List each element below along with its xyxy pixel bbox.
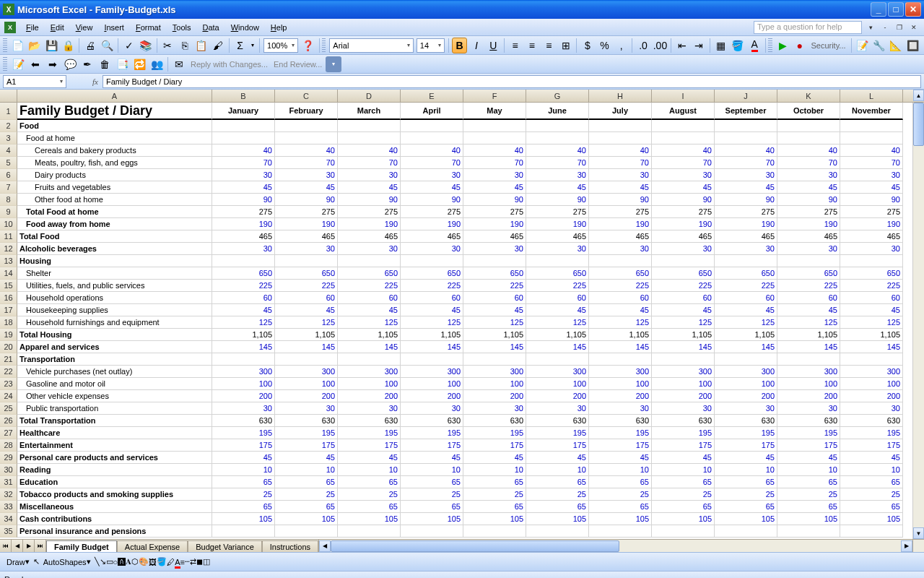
tab-nav-next-button[interactable]: ▶ xyxy=(23,540,35,552)
cell-F10[interactable]: 190 xyxy=(463,218,526,230)
row-header-28[interactable]: 28 xyxy=(0,439,17,452)
cell-I23[interactable]: 100 xyxy=(652,378,715,390)
cell-L13[interactable] xyxy=(840,255,903,267)
menu-window[interactable]: Window xyxy=(225,22,265,33)
select-objects-icon[interactable]: ↖ xyxy=(33,557,40,566)
cell-A22[interactable]: Vehicle purchases (net outlay) xyxy=(17,366,212,378)
cell-H24[interactable]: 200 xyxy=(589,390,652,402)
cell-E29[interactable]: 45 xyxy=(401,452,463,464)
col-header-B[interactable]: B xyxy=(212,90,275,102)
cell-F6[interactable]: 30 xyxy=(463,169,526,181)
align-left-icon[interactable]: ≡ xyxy=(507,38,523,53)
cell-B28[interactable]: 175 xyxy=(212,439,275,452)
cell-G32[interactable]: 25 xyxy=(526,488,589,501)
row-header-9[interactable]: 9 xyxy=(0,206,17,218)
cell-I17[interactable]: 45 xyxy=(652,304,715,316)
cell-D12[interactable]: 30 xyxy=(338,243,401,255)
cell-B8[interactable]: 90 xyxy=(212,194,275,206)
cell-K10[interactable]: 190 xyxy=(777,218,840,230)
mdi-close-button[interactable]: ✕ xyxy=(908,22,920,33)
cell-F27[interactable]: 195 xyxy=(463,427,526,439)
cell-J1[interactable]: September xyxy=(715,103,777,120)
design-mode-icon[interactable]: 📐 xyxy=(888,38,903,53)
cell-H4[interactable]: 40 xyxy=(589,144,652,157)
cell-F24[interactable]: 200 xyxy=(463,390,526,402)
cell-K3[interactable] xyxy=(777,132,840,144)
cell-C14[interactable]: 650 xyxy=(275,267,338,280)
cell-F33[interactable]: 65 xyxy=(463,501,526,513)
row-header-2[interactable]: 2 xyxy=(0,120,17,132)
cell-A12[interactable]: Alcoholic beverages xyxy=(17,243,212,255)
cell-I4[interactable]: 40 xyxy=(652,144,715,157)
diagram-icon[interactable]: ⬡ xyxy=(131,557,139,566)
cell-K25[interactable]: 30 xyxy=(777,402,840,415)
cell-L26[interactable]: 630 xyxy=(840,415,903,427)
menu-file[interactable]: File xyxy=(20,22,45,33)
cell-G22[interactable]: 300 xyxy=(526,366,589,378)
cut-icon[interactable]: ✂ xyxy=(160,38,175,53)
cell-A28[interactable]: Entertainment xyxy=(17,439,212,452)
cell-A7[interactable]: Fruits and vegetables xyxy=(17,181,212,194)
select-all-corner[interactable] xyxy=(0,90,17,102)
cell-H10[interactable]: 190 xyxy=(589,218,652,230)
cell-B34[interactable]: 105 xyxy=(212,513,275,525)
cell-L15[interactable]: 225 xyxy=(840,280,903,292)
cell-A18[interactable]: Household furnishings and equipment xyxy=(17,316,212,329)
underline-button[interactable]: U xyxy=(486,38,501,53)
cell-J13[interactable] xyxy=(715,255,777,267)
cell-J15[interactable]: 225 xyxy=(715,280,777,292)
shadow-icon[interactable]: ◼ xyxy=(196,557,203,566)
cell-D34[interactable]: 105 xyxy=(338,513,401,525)
cell-D23[interactable]: 100 xyxy=(338,378,401,390)
format-painter-icon[interactable]: 🖌 xyxy=(211,38,226,53)
cell-C7[interactable]: 45 xyxy=(275,181,338,194)
help-icon[interactable]: ❓ xyxy=(300,38,315,53)
new-comment-icon[interactable]: 📝 xyxy=(10,56,26,72)
currency-icon[interactable]: $ xyxy=(580,38,595,53)
row-header-12[interactable]: 12 xyxy=(0,243,17,255)
cell-C6[interactable]: 30 xyxy=(275,169,338,181)
merge-center-icon[interactable]: ⊞ xyxy=(558,38,573,53)
font-color-draw-icon[interactable]: A xyxy=(175,558,180,566)
cell-C30[interactable]: 10 xyxy=(275,464,338,476)
show-comments-icon[interactable]: 💬 xyxy=(62,56,78,72)
cell-L33[interactable]: 65 xyxy=(840,501,903,513)
cell-G16[interactable]: 60 xyxy=(526,292,589,304)
cell-E16[interactable]: 60 xyxy=(401,292,463,304)
cell-D1[interactable]: March xyxy=(338,103,401,120)
cell-H13[interactable] xyxy=(589,255,652,267)
cell-B27[interactable]: 195 xyxy=(212,427,275,439)
row-header-35[interactable]: 35 xyxy=(0,525,17,538)
cell-B30[interactable]: 10 xyxy=(212,464,275,476)
dash-style-icon[interactable]: ┄ xyxy=(185,557,190,566)
cell-D11[interactable]: 465 xyxy=(338,230,401,243)
cell-F22[interactable]: 300 xyxy=(463,366,526,378)
cell-D32[interactable]: 25 xyxy=(338,488,401,501)
cell-J18[interactable]: 125 xyxy=(715,316,777,329)
arrow-style-icon[interactable]: ⇄ xyxy=(190,557,196,566)
cell-D25[interactable]: 30 xyxy=(338,402,401,415)
cell-G9[interactable]: 275 xyxy=(526,206,589,218)
autosum-dropdown-icon[interactable]: ▾ xyxy=(249,38,256,53)
cell-H22[interactable]: 300 xyxy=(589,366,652,378)
cell-K27[interactable]: 195 xyxy=(777,427,840,439)
cell-G15[interactable]: 225 xyxy=(526,280,589,292)
cell-G1[interactable]: June xyxy=(526,103,589,120)
cell-A21[interactable]: Transportation xyxy=(17,353,212,366)
cell-D2[interactable] xyxy=(338,120,401,132)
cell-I31[interactable]: 65 xyxy=(652,476,715,488)
cell-G34[interactable]: 105 xyxy=(526,513,589,525)
cell-K33[interactable]: 65 xyxy=(777,501,840,513)
sheet-tab-budget-variance[interactable]: Budget Variance xyxy=(188,540,262,552)
cell-E3[interactable] xyxy=(401,132,463,144)
menu-tools[interactable]: Tools xyxy=(167,22,197,33)
cell-C21[interactable] xyxy=(275,353,338,366)
cell-I8[interactable]: 90 xyxy=(652,194,715,206)
cell-L22[interactable]: 300 xyxy=(840,366,903,378)
align-right-icon[interactable]: ≡ xyxy=(541,38,557,53)
cell-D21[interactable] xyxy=(338,353,401,366)
cell-C23[interactable]: 100 xyxy=(275,378,338,390)
menu-edit[interactable]: Edit xyxy=(45,22,70,33)
cell-I33[interactable]: 65 xyxy=(652,501,715,513)
cell-C19[interactable]: 1,105 xyxy=(275,329,338,341)
